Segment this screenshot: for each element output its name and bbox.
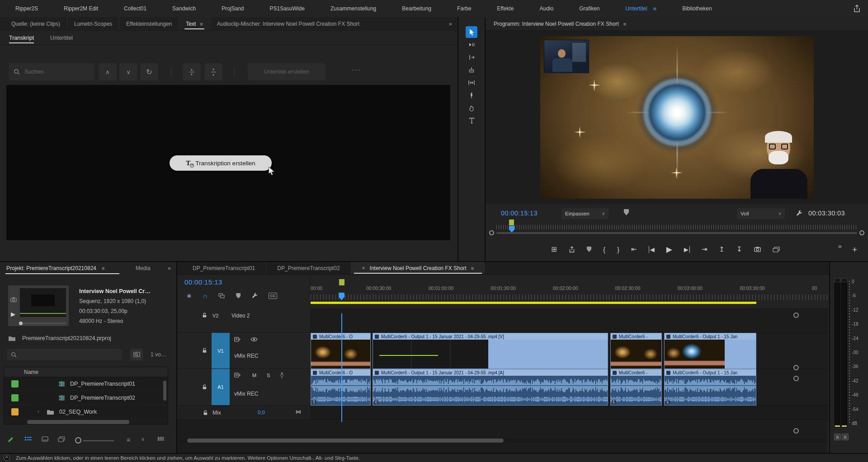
panel-menu-icon[interactable]: ≡ <box>102 266 104 271</box>
project-item-02-seq-work[interactable]: ›02_SEQ_Work <box>4 405 168 419</box>
track-scroll-knob[interactable] <box>793 365 799 370</box>
sort-icon[interactable]: ≡ <box>127 436 130 443</box>
sequence-tab-dp-premieretranscript01[interactable]: DP_PremiereTranscript01 <box>182 262 266 274</box>
extract-icon[interactable]: ↧ <box>736 245 742 253</box>
media-browser-tab[interactable]: Media <box>136 265 156 271</box>
more-controls-icon[interactable]: » <box>838 242 842 250</box>
project-item-dp-premieretranscript02[interactable]: DP_PremiereTranscript02 <box>4 391 168 405</box>
expand-all-button[interactable]: ▴▾ <box>183 63 201 80</box>
track-target-a1[interactable]: A1 <box>212 369 230 405</box>
track-header-v1[interactable]: V1 vMix REC <box>177 333 311 369</box>
zoom-level-select[interactable]: Einpassen∨ <box>561 208 609 219</box>
step-forward-icon[interactable]: ▶ <box>684 246 690 253</box>
compare-view-icon[interactable] <box>773 247 780 252</box>
marker-icon[interactable] <box>587 247 591 252</box>
list-vertical-scrollbar[interactable] <box>163 381 166 401</box>
scrollbar-thumb[interactable] <box>187 439 504 443</box>
monitor-scrub-bar[interactable] <box>486 221 868 237</box>
panel-tab-lumetri-scopes[interactable]: Lumetri-Scopes <box>67 17 119 30</box>
automation-icon[interactable] <box>157 436 164 441</box>
track-target-v1[interactable]: V1 <box>212 333 230 369</box>
audio-clip[interactable]: MultiCorder6 - OL <box>311 369 371 406</box>
mute-button[interactable]: M <box>252 373 256 378</box>
workspace-tab-audio[interactable]: Audio <box>539 5 553 12</box>
next-result-button[interactable]: ∨ <box>119 63 137 80</box>
collapse-all-button[interactable]: ▾▴ <box>204 63 222 80</box>
project-panel-tab[interactable]: Projekt: PremiereTranscript20210824 ≡ <box>6 262 104 275</box>
lift-icon[interactable]: ↥ <box>719 245 725 253</box>
camera-icon[interactable] <box>754 247 761 252</box>
transcript-search-input[interactable] <box>24 69 83 75</box>
eye-toggle-icon[interactable] <box>250 337 258 342</box>
track-scroll-knob[interactable] <box>793 313 799 318</box>
video-clip[interactable]: MultiCorder6 - Output 1 - 15 Jan <box>664 333 756 369</box>
source-patch-icon[interactable] <box>234 336 241 342</box>
hand-tool[interactable] <box>466 102 477 114</box>
workspace-tab-sandwich[interactable]: Sandwich <box>172 5 196 12</box>
icon-view-icon[interactable] <box>42 436 48 442</box>
preview-scrubber[interactable] <box>20 322 66 324</box>
close-tab-icon[interactable]: × <box>362 265 365 271</box>
playhead-line[interactable] <box>341 313 342 422</box>
audio-clip[interactable]: MultiCorder6 - Output 1 - 15 JanL <box>664 369 756 406</box>
subtab-transkript[interactable]: Transkript <box>9 31 34 45</box>
panel-menu-icon[interactable]: ≡ <box>471 266 474 271</box>
mark-in-icon[interactable]: { <box>603 246 605 253</box>
nest-icon[interactable]: ∗ <box>186 292 192 300</box>
project-search-input[interactable] <box>20 351 111 358</box>
label-color-chip[interactable] <box>11 380 19 387</box>
project-item-dp-premieretranscript01[interactable]: DP_PremiereTranscript01 <box>4 377 168 391</box>
zoom-slider-track[interactable] <box>83 440 114 441</box>
zoom-slider-knob[interactable] <box>75 437 81 443</box>
workspace-tab-bearbeitung[interactable]: Bearbeitung <box>402 5 431 12</box>
prev-result-button[interactable]: ∧ <box>99 63 117 80</box>
video-clip[interactable]: MultiCorder6 - O <box>311 333 371 369</box>
ripple-edit-tool[interactable] <box>466 51 477 63</box>
list-view-icon[interactable] <box>24 436 32 442</box>
scrub-knob-right[interactable] <box>859 230 864 235</box>
playhead-handle[interactable] <box>509 226 514 233</box>
track-name-v2[interactable]: Video 2 <box>231 313 250 319</box>
tab-overflow-icon[interactable]: » <box>449 20 452 27</box>
list-horizontal-scrollbar[interactable] <box>27 420 129 424</box>
program-timecode[interactable]: 00:00:15:13 <box>501 210 538 217</box>
workspace-tab-farbe[interactable]: Farbe <box>457 5 471 12</box>
program-monitor-tab[interactable]: Programm: Interview Noel Powell Creation… <box>486 17 868 31</box>
create-captions-button[interactable]: Untertitel erstellen <box>248 63 326 80</box>
sequence-tab-dp-premieretranscript02[interactable]: DP_PremiereTranscript02 <box>266 262 350 274</box>
project-file-row[interactable]: PremiereTranscript20210824.prproj <box>8 335 111 341</box>
share-export-icon[interactable] <box>853 5 861 13</box>
keyframe-toggle-icon[interactable]: ⋈ <box>296 409 301 415</box>
workspace-tab-ps1sasuwide[interactable]: PS1SasuWide <box>270 5 305 12</box>
wrench-settings-icon[interactable] <box>796 210 802 217</box>
marker-icon[interactable] <box>236 293 241 299</box>
label-color-chip[interactable] <box>11 408 19 415</box>
selection-tool[interactable] <box>466 26 477 38</box>
scrub-knob-left[interactable] <box>489 230 494 235</box>
workspace-tab-untertitel[interactable]: Untertitel <box>626 5 647 12</box>
creative-cloud-icon[interactable] <box>4 455 10 461</box>
search-bin-icon[interactable] <box>130 349 143 360</box>
sequence-marker[interactable] <box>509 219 514 225</box>
captions-icon[interactable]: CC <box>269 293 277 299</box>
type-tool[interactable] <box>466 115 477 126</box>
pen-icon[interactable] <box>7 436 14 443</box>
go-to-out-icon[interactable]: ⇥ <box>702 245 708 253</box>
freeform-view-icon[interactable] <box>58 436 65 442</box>
workspace-tab-collect01[interactable]: Collect01 <box>124 5 146 12</box>
track-header-v2[interactable]: V2 Video 2 <box>177 308 311 333</box>
pen-tool[interactable] <box>466 89 477 101</box>
item-preview-thumbnail[interactable]: ▶ <box>8 285 69 326</box>
timeline-ruler[interactable]: 00:0000:00:30:0000:01:00:0000:01:30:0000… <box>311 275 828 308</box>
track-name-a1[interactable]: vMix REC <box>234 391 258 397</box>
create-transcription-button[interactable]: T+ Transkription erstellen <box>170 155 272 171</box>
workspace-tab-zusammenstellung[interactable]: Zusammenstellung <box>330 5 376 12</box>
add-button-icon[interactable]: + <box>852 245 857 255</box>
list-column-header[interactable]: Name <box>4 367 168 377</box>
mic-icon[interactable] <box>279 372 284 378</box>
step-back-icon[interactable]: ◀ <box>649 246 655 253</box>
lock-icon[interactable] <box>202 384 208 390</box>
track-header-mix[interactable]: Mix 0,0 ⋈ <box>177 406 311 420</box>
panel-menu-icon[interactable]: ≡ <box>623 21 626 27</box>
lock-icon[interactable] <box>202 347 208 354</box>
